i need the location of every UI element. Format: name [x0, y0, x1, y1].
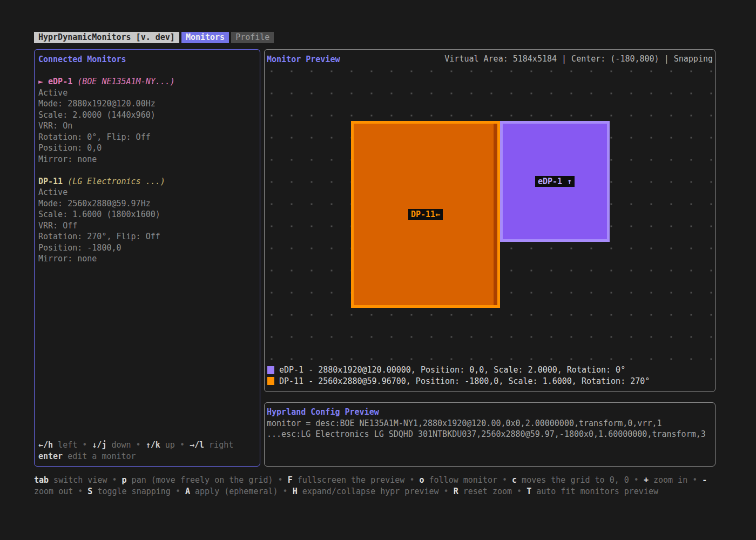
monitor-list-help-line-1: ←/h left • ↓/j down • ↑/k up • →/l right [38, 440, 255, 451]
help-key: tab [34, 475, 49, 485]
help-separator: • [687, 475, 702, 485]
tab-profile[interactable]: Profile [231, 32, 274, 43]
app-title-tab: HyprDynamicMonitors [v. dev] [34, 32, 179, 43]
help-desc: zoom out [34, 487, 73, 496]
help-key: ↓/j [92, 440, 106, 450]
help-key: enter [38, 451, 63, 461]
monitor-header: ► eDP-1 (BOE NE135A1M-NY...) [38, 76, 255, 87]
help-desc: edit a monitor [63, 451, 136, 461]
legend-text-edp1: eDP-1 - 2880x1920@120.00000, Position: 0… [279, 365, 625, 375]
help-desc: reset zoom [458, 487, 512, 496]
monitor-mode: Mode: 2880x1920@120.00Hz [38, 98, 255, 110]
monitor-list-help-line-2: enter edit a monitor [38, 451, 255, 462]
help-key: ←/h [38, 440, 53, 450]
monitor-scale: Scale: 1.6000 (1800x1600) [38, 209, 255, 220]
help-key: + [644, 475, 649, 485]
help-desc: fullscreen the preview [293, 475, 405, 485]
help-key: T [526, 487, 531, 496]
help-key: F [288, 475, 293, 485]
help-separator: • [273, 475, 288, 485]
help-separator: • [497, 475, 512, 485]
monitor-rect-edp1[interactable]: eDP-1 ↑ [500, 121, 610, 242]
help-desc: moves the grid to 0, 0 [517, 475, 629, 485]
monitor-name: DP-11 [38, 177, 63, 186]
monitor-rotation: Rotation: 270°, Flip: Off [38, 231, 255, 242]
legend-swatch-edp1 [267, 366, 274, 374]
help-key: c [512, 475, 517, 485]
help-desc: left [53, 440, 77, 450]
connected-monitors-panel: Connected Monitors ► eDP-1 (BOE NE135A1M… [34, 49, 260, 467]
monitor-rect-dp11[interactable]: DP-11← [351, 121, 500, 308]
legend-row-dp11: DP-11 - 2560x2880@59.96700, Position: -1… [267, 376, 650, 387]
help-desc: up [160, 440, 175, 450]
help-desc: expand/collapse hypr preview [298, 487, 439, 496]
hyprland-config-panel: Hyprland Config Preview monitor = desc:B… [264, 402, 716, 467]
legend-row-edp1: eDP-1 - 2880x1920@120.00000, Position: 0… [267, 364, 650, 376]
help-separator: • [439, 487, 454, 496]
monitor-position: Position: -1800,0 [38, 242, 255, 254]
help-key: o [419, 475, 424, 485]
help-separator: • [512, 487, 526, 496]
help-key: A [185, 487, 190, 496]
monitor-list-item-dp11[interactable]: DP-11 (LG Electronics ...) Active Mode: … [38, 176, 255, 265]
help-key: - [702, 475, 707, 485]
monitor-mirror: Mirror: none [38, 253, 255, 265]
help-separator: • [404, 475, 419, 485]
help-separator: • [171, 487, 185, 496]
help-desc: follow monitor [424, 475, 497, 485]
connected-monitors-title: Connected Monitors [38, 54, 255, 65]
monitor-header: DP-11 (LG Electronics ...) [38, 176, 255, 187]
monitor-status: Active [38, 187, 255, 198]
monitor-vrr: VRR: Off [38, 220, 255, 232]
help-desc: toggle snapping [92, 487, 171, 496]
help-key: R [454, 487, 458, 496]
help-desc: right [204, 440, 233, 450]
monitor-list-help: ←/h left • ↓/j down • ↑/k up • →/l right… [38, 440, 255, 462]
monitor-list-item-edp1[interactable]: ► eDP-1 (BOE NE135A1M-NY...) Active Mode… [38, 76, 255, 165]
help-bar: tab switch view • p pan (move freely on … [34, 475, 723, 497]
monitor-preview-panel: Monitor Preview Virtual Area: 5184x5184 … [264, 49, 716, 392]
config-line-2: ...esc:LG Electronics LG SDQHD 301NTBKDU… [267, 429, 713, 440]
help-separator: • [77, 440, 92, 450]
tab-bar: HyprDynamicMonitors [v. dev] Monitors Pr… [34, 32, 274, 43]
monitor-rect-label-edp1: eDP-1 ↑ [535, 176, 575, 187]
help-desc: switch view [49, 475, 107, 485]
selected-marker-icon: ► [38, 77, 48, 86]
preview-meta: Virtual Area: 5184x5184 | Center: (-180,… [444, 54, 713, 65]
spacer [38, 265, 255, 440]
help-desc: down [106, 440, 131, 450]
help-desc: apply (ephemeral) [190, 487, 278, 496]
help-separator: • [175, 440, 190, 450]
monitor-name: eDP-1 [48, 77, 72, 86]
preview-header: Monitor Preview Virtual Area: 5184x5184 … [265, 50, 715, 65]
help-key: →/l [190, 440, 204, 450]
monitor-vrr: VRR: On [38, 120, 255, 132]
monitor-position: Position: 0,0 [38, 143, 255, 154]
preview-legend: eDP-1 - 2880x1920@120.00000, Position: 0… [267, 364, 650, 387]
monitor-mirror: Mirror: none [38, 154, 255, 165]
legend-text-dp11: DP-11 - 2560x2880@59.96700, Position: -1… [279, 376, 650, 386]
monitor-rect-label-dp11: DP-11← [408, 209, 443, 220]
config-title: Hyprland Config Preview [267, 407, 713, 418]
help-separator: • [73, 487, 87, 496]
legend-swatch-dp11 [267, 377, 274, 385]
monitor-mode: Mode: 2560x2880@59.97Hz [38, 198, 255, 210]
help-separator: • [629, 475, 644, 485]
help-separator: • [131, 440, 146, 450]
monitor-description: (LG Electronics ...) [68, 177, 165, 186]
tab-monitors[interactable]: Monitors [181, 32, 229, 43]
help-separator: • [107, 475, 122, 485]
help-key: ↑/k [146, 440, 160, 450]
config-line-1: monitor = desc:BOE NE135A1M-NY1,2880x192… [267, 418, 713, 429]
help-desc: pan (move freely on the grid) [127, 475, 273, 485]
monitor-rotation: Rotation: 0°, Flip: Off [38, 132, 255, 143]
monitor-scale: Scale: 2.0000 (1440x960) [38, 110, 255, 121]
monitor-description: (BOE NE135A1M-NY...) [77, 77, 175, 86]
help-desc: zoom in [649, 475, 687, 485]
help-desc: auto fit monitors preview [531, 487, 658, 496]
help-key: H [293, 487, 298, 496]
preview-title: Monitor Preview [267, 54, 340, 65]
monitor-status: Active [38, 87, 255, 99]
help-key: p [122, 475, 127, 485]
help-separator: • [278, 487, 293, 496]
